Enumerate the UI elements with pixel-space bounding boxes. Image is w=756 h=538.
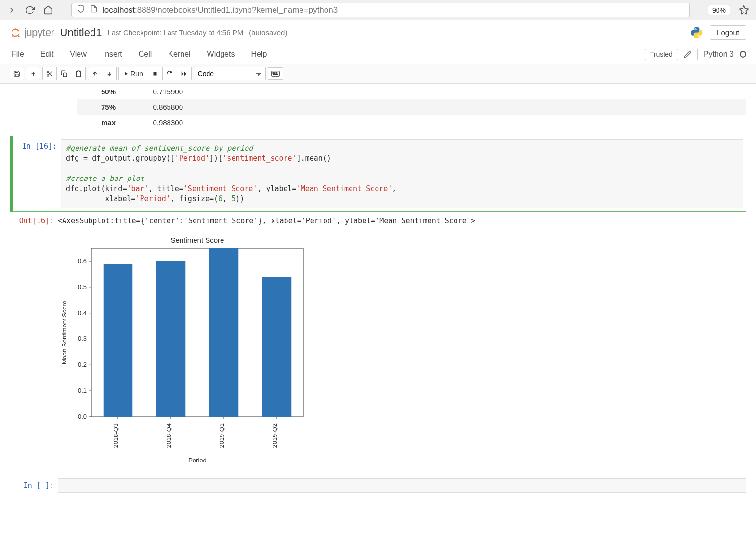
interrupt-button[interactable] (148, 67, 163, 80)
trusted-badge[interactable]: Trusted (645, 49, 678, 60)
browser-chrome: localhost:8889/notebooks/Untitled1.ipynb… (0, 0, 756, 20)
svg-text:2018-Q4: 2018-Q4 (165, 423, 172, 448)
cell-type-select[interactable]: Code (194, 67, 266, 80)
menu-file[interactable]: File (10, 47, 26, 62)
python-logo-icon (691, 26, 703, 39)
out-prompt: Out[16]: (10, 214, 58, 470)
menu-view[interactable]: View (68, 47, 88, 62)
kernel-name[interactable]: Python 3 (704, 50, 734, 59)
svg-rect-18 (273, 73, 274, 74)
menu-widgets[interactable]: Widgets (205, 47, 237, 62)
svg-rect-9 (63, 73, 67, 77)
jupyter-logo[interactable]: jupyter (10, 26, 54, 39)
svg-text:0.3: 0.3 (78, 335, 87, 342)
svg-rect-20 (276, 73, 277, 74)
code-input[interactable]: #generate mean of sentiment_score by per… (61, 139, 743, 208)
svg-marker-0 (740, 5, 748, 13)
svg-point-5 (47, 75, 49, 77)
copy-button[interactable] (57, 67, 71, 80)
menu-kernel[interactable]: Kernel (166, 47, 192, 62)
move-down-button[interactable] (102, 67, 117, 80)
url-text: localhost:8889/notebooks/Untitled1.ipynb… (103, 5, 338, 15)
menubar: FileEditViewInsertCellKernelWidgetsHelp … (0, 45, 756, 64)
url-bar[interactable]: localhost:8889/notebooks/Untitled1.ipynb… (71, 3, 690, 17)
forward-icon[interactable] (7, 5, 16, 15)
svg-text:0.4: 0.4 (78, 309, 87, 317)
svg-rect-14 (154, 72, 157, 76)
svg-marker-13 (125, 72, 128, 76)
svg-marker-15 (182, 71, 184, 76)
in-prompt: In [16]: (13, 139, 61, 208)
bookmark-star-icon[interactable] (739, 5, 749, 15)
menu-insert[interactable]: Insert (101, 47, 124, 62)
menu-edit[interactable]: Edit (39, 47, 56, 62)
table-row: 75%0.865800 (77, 99, 746, 115)
svg-rect-48 (262, 277, 292, 417)
kernel-status-icon (740, 51, 746, 58)
restart-run-all-button[interactable] (177, 67, 192, 80)
cut-button[interactable] (42, 67, 57, 80)
svg-rect-21 (273, 74, 277, 75)
restart-button[interactable] (163, 67, 177, 80)
svg-point-2 (18, 36, 19, 37)
page-icon (90, 5, 98, 15)
checkpoint-text: Last Checkpoint: Last Tuesday at 4:56 PM (107, 28, 243, 37)
notebook-container: 50%0.71590075%0.865800max0.988300 In [16… (0, 84, 756, 502)
svg-rect-17 (271, 71, 279, 77)
svg-line-8 (49, 73, 50, 74)
table-row: 50%0.715900 (77, 84, 746, 99)
notebook-name[interactable]: Untitled1 (60, 26, 102, 39)
svg-text:2019-Q2: 2019-Q2 (271, 423, 278, 448)
svg-rect-45 (209, 248, 239, 417)
svg-point-3 (12, 36, 13, 37)
edit-icon[interactable] (684, 51, 691, 58)
paste-button[interactable] (71, 67, 86, 80)
svg-text:0.1: 0.1 (78, 387, 87, 394)
home-icon[interactable] (43, 5, 53, 15)
svg-text:0.6: 0.6 (78, 257, 87, 265)
reload-icon[interactable] (25, 5, 35, 15)
table-row: max0.988300 (77, 115, 746, 130)
svg-rect-19 (274, 73, 275, 74)
run-button[interactable]: Run (118, 67, 148, 80)
svg-line-7 (50, 74, 52, 76)
output-text: <AxesSubplot:title={'center':'Sentiment … (58, 214, 746, 225)
svg-text:0.5: 0.5 (78, 283, 87, 291)
add-cell-button[interactable]: + (26, 67, 40, 80)
logout-button[interactable]: Logout (710, 25, 746, 40)
output-cell-16: Out[16]: <AxesSubplot:title={'center':'S… (10, 214, 746, 470)
zoom-level[interactable]: 90% (708, 5, 730, 15)
jupyter-header: jupyter Untitled1 Last Checkpoint: Last … (0, 20, 756, 45)
bar-chart: Sentiment Score0.00.10.20.30.40.50.6Mean… (58, 234, 746, 470)
svg-text:Period: Period (188, 457, 207, 464)
svg-text:0.0: 0.0 (78, 413, 87, 420)
svg-marker-16 (184, 71, 187, 76)
svg-text:Sentiment Score: Sentiment Score (171, 236, 224, 244)
command-palette-button[interactable] (268, 67, 283, 80)
empty-code-cell[interactable]: In [ ]: (10, 478, 746, 493)
menu-cell[interactable]: Cell (137, 47, 154, 62)
menu-help[interactable]: Help (249, 47, 269, 62)
code-input[interactable] (58, 478, 746, 493)
shield-icon (77, 4, 85, 15)
stats-table-fragment: 50%0.71590075%0.865800max0.988300 (77, 84, 746, 130)
save-button[interactable] (10, 67, 24, 80)
svg-text:2019-Q1: 2019-Q1 (218, 423, 225, 448)
svg-rect-10 (77, 71, 79, 72)
code-cell-16[interactable]: In [16]: #generate mean of sentiment_sco… (10, 136, 746, 212)
svg-rect-42 (156, 261, 186, 417)
svg-text:Mean Sentiment Score: Mean Sentiment Score (61, 301, 68, 364)
svg-text:0.2: 0.2 (78, 361, 87, 368)
svg-rect-39 (104, 264, 133, 417)
in-prompt: In [ ]: (10, 478, 58, 493)
move-up-button[interactable] (88, 67, 102, 80)
autosaved-text: (autosaved) (249, 28, 287, 37)
svg-text:2018-Q3: 2018-Q3 (112, 423, 119, 448)
svg-point-4 (47, 71, 49, 73)
toolbar: + Run Code (0, 64, 756, 84)
